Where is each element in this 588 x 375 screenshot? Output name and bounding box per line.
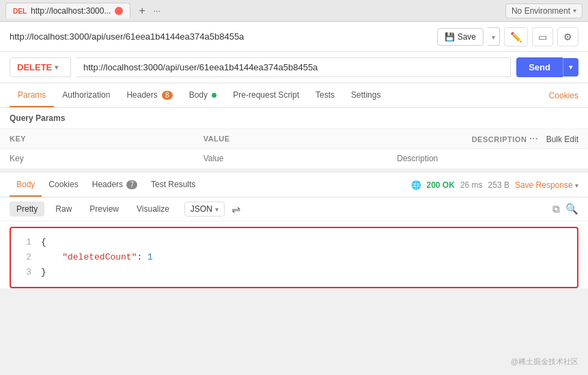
tab-tests[interactable]: Tests — [307, 84, 343, 107]
response-tab-cookies[interactable]: Cookies — [42, 173, 85, 197]
body-dot-icon — [212, 93, 216, 98]
headers-badge: 8 — [162, 91, 173, 100]
tab-title: http://localhost:3000... — [31, 6, 111, 16]
json-content-1: { — [41, 235, 46, 250]
send-button[interactable]: Send — [516, 57, 563, 77]
settings-icon-btn[interactable]: ⚙ — [557, 27, 578, 46]
query-params-title: Query Params — [0, 108, 588, 129]
tab-authorization[interactable]: Authorization — [54, 84, 118, 107]
format-bar: Pretty Raw Preview Visualize JSON ▾ ⇌ ⧉ … — [0, 197, 588, 221]
key-input[interactable] — [10, 154, 184, 163]
more-tabs: ··· — [154, 6, 160, 16]
save-response-chevron-icon: ▾ — [575, 182, 578, 189]
query-params-section: Query Params KEY VALUE DESCRIPTION ··· B… — [0, 108, 588, 169]
method-select[interactable]: DELETE ▾ — [10, 57, 71, 77]
desc-label: DESCRIPTION — [472, 135, 527, 143]
title-actions: 💾 Save ▾ ✏️ ▭ ⚙ — [437, 27, 578, 46]
fmt-preview-btn[interactable]: Preview — [83, 202, 126, 217]
env-chevron-icon: ▾ — [573, 7, 576, 14]
json-response-body: 1 { 2 "deletedCount": 1 3 } — [10, 227, 578, 288]
layout-icon-btn[interactable]: ▭ — [532, 27, 553, 46]
method-label: DELETE — [17, 62, 52, 72]
json-line-3: 3 } — [20, 265, 568, 280]
save-dropdown-btn[interactable]: ▾ — [488, 27, 500, 46]
bulk-edit-button[interactable]: Bulk Edit — [546, 135, 578, 144]
fmt-raw-btn[interactable]: Raw — [48, 202, 79, 217]
tab-params[interactable]: Params — [10, 84, 54, 107]
url-input[interactable] — [76, 57, 511, 77]
tab-close-btn[interactable] — [115, 7, 123, 15]
edit-icon-btn[interactable]: ✏️ — [504, 27, 528, 46]
desc-input[interactable] — [397, 154, 578, 163]
fmt-visualize-btn[interactable]: Visualize — [130, 202, 176, 217]
more-icon[interactable]: ··· — [529, 133, 538, 144]
save-label: Save — [458, 32, 476, 42]
table-row — [0, 149, 588, 169]
new-tab-btn[interactable]: + — [136, 5, 148, 17]
response-time: 26 ms — [460, 180, 483, 190]
format-type-select[interactable]: JSON ▾ — [184, 202, 225, 217]
tab-settings[interactable]: Settings — [343, 84, 389, 107]
line-num-3: 3 — [20, 265, 31, 280]
format-type-label: JSON — [191, 204, 212, 214]
response-tab-headers[interactable]: Headers 7 — [85, 173, 144, 197]
tab-prerequest[interactable]: Pre-request Script — [225, 84, 307, 107]
key-column-header: KEY — [0, 129, 194, 149]
request-title-url: http://localhost:3000/api/user/61eea1b41… — [10, 31, 432, 42]
browser-tab[interactable]: DEL http://localhost:3000... — [5, 3, 130, 18]
watermark: @稀土掘金技术社区 — [511, 357, 578, 367]
search-icon-btn[interactable]: 🔍 — [565, 203, 578, 215]
save-button[interactable]: 💾 Save — [437, 28, 484, 46]
env-selector[interactable]: No Environment ▾ — [505, 3, 583, 18]
line-num-2: 2 — [20, 250, 31, 265]
browser-bar: DEL http://localhost:3000... + ··· No En… — [0, 0, 588, 22]
response-tabs-row: Body Cookies Headers 7 Test Results 🌐 20… — [0, 173, 588, 197]
json-line-2: 2 "deletedCount": 1 — [20, 250, 568, 265]
send-btn-group: Send ▾ — [516, 57, 578, 77]
globe-icon: 🌐 — [411, 180, 421, 190]
response-headers-badge: 7 — [126, 180, 137, 189]
request-tabs-row: Params Authorization Headers 8 Body Pre-… — [0, 83, 588, 108]
response-section: Body Cookies Headers 7 Test Results 🌐 20… — [0, 169, 588, 288]
tab-headers[interactable]: Headers 8 — [118, 84, 180, 107]
response-size: 253 B — [488, 180, 509, 190]
response-meta: 🌐 200 OK 26 ms 253 B Save Response ▾ — [411, 180, 578, 190]
response-tab-test-results[interactable]: Test Results — [144, 173, 202, 197]
request-bar: DELETE ▾ Send ▾ — [0, 52, 588, 83]
json-content-2: "deletedCount": 1 — [41, 250, 153, 265]
desc-column-header: DESCRIPTION ··· Bulk Edit — [387, 129, 588, 149]
env-label: No Environment — [512, 6, 570, 16]
title-bar: http://localhost:3000/api/user/61eea1b41… — [0, 22, 588, 52]
cookies-link[interactable]: Cookies — [549, 91, 578, 100]
save-chevron-icon: ▾ — [492, 33, 495, 41]
send-arrow-btn[interactable]: ▾ — [563, 58, 578, 77]
copy-icon-btn[interactable]: ⧉ — [552, 203, 560, 215]
save-response-btn[interactable]: Save Response ▾ — [515, 180, 578, 190]
value-input[interactable] — [204, 154, 378, 163]
response-tab-body[interactable]: Body — [10, 173, 42, 197]
tab-method: DEL — [13, 8, 27, 15]
fmt-pretty-btn[interactable]: Pretty — [10, 202, 44, 217]
params-table: KEY VALUE DESCRIPTION ··· Bulk Edit — [0, 129, 588, 169]
json-line-1: 1 { — [20, 235, 568, 250]
fmt-actions: ⧉ 🔍 — [552, 203, 578, 215]
tab-body[interactable]: Body — [181, 84, 225, 107]
response-status: 200 OK — [427, 180, 455, 190]
save-icon: 💾 — [445, 32, 455, 42]
filter-icon[interactable]: ⇌ — [232, 203, 240, 216]
format-type-chevron-icon: ▾ — [215, 206, 219, 213]
json-content-3: } — [41, 265, 46, 280]
value-column-header: VALUE — [194, 129, 388, 149]
method-chevron-icon: ▾ — [55, 64, 58, 71]
line-num-1: 1 — [20, 235, 31, 250]
